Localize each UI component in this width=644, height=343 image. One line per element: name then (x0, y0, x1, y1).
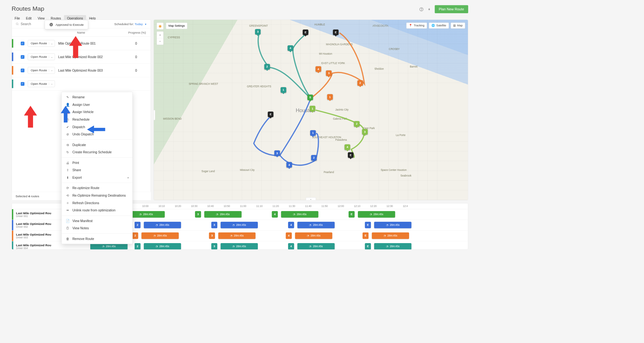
map-stop-marker[interactable]: 2 (358, 80, 363, 86)
timeline-segment[interactable]: ◔28m:45s (358, 211, 395, 218)
timeline-stop-badge[interactable]: E (365, 243, 371, 250)
ctx-reschedule[interactable]: ◴Reschedule (62, 116, 132, 123)
timeline-segment[interactable]: ◔28m:45s (281, 211, 318, 218)
timeline-segment[interactable]: ◔28m:45s (374, 222, 411, 228)
operations-popover[interactable]: Approved to Execute (45, 20, 88, 30)
timeline-segment[interactable]: ◔28m:45s (204, 211, 242, 218)
chevron-down-icon[interactable]: ⌄ (49, 42, 53, 45)
map-stop-marker[interactable]: 1 (280, 87, 286, 93)
map-stop-marker[interactable]: 2 (311, 155, 317, 161)
ctx-unlink[interactable]: ⚮Unlink route from optimization (62, 207, 132, 214)
route-checkbox[interactable]: ✓ (21, 41, 25, 45)
timeline-stop-badge[interactable]: 4 (288, 222, 294, 228)
timeline-segment[interactable]: ◔28m:45s (128, 211, 165, 218)
timeline-stop-badge[interactable]: 3 (209, 232, 215, 239)
timeline-stop-badge[interactable]: E (365, 222, 371, 228)
map-stop-marker[interactable]: 3 (362, 129, 368, 135)
help-icon[interactable] (419, 7, 424, 12)
timeline-segment[interactable]: ◔28m:45s (297, 243, 335, 250)
timeline-stop-badge[interactable]: 3 (195, 211, 201, 218)
timeline-segment[interactable]: ◔28m:45s (295, 232, 332, 239)
ctx-view-manifest[interactable]: 📄View Manifest (62, 217, 132, 225)
map-stop-marker[interactable]: 1 (327, 94, 333, 100)
route-checkbox[interactable]: ✓ (21, 68, 25, 72)
timeline-stop-badge[interactable]: 4 (288, 243, 294, 250)
timeline-segment[interactable]: ◔28m:45s (142, 232, 179, 239)
ctx-share[interactable]: ⇪Share (62, 166, 132, 174)
map-stop-marker[interactable]: E (303, 30, 308, 35)
ctx-duplicate[interactable]: ⧉Duplicate (62, 141, 132, 149)
zoom-out-button[interactable]: − (157, 38, 164, 45)
timeline-segment[interactable]: ◔28m:45s (221, 222, 258, 228)
map-stop-marker[interactable]: 3 (326, 70, 332, 76)
timeline-stop-badge[interactable]: E (349, 211, 355, 218)
tracking-chip[interactable]: 📍Tracking (406, 23, 427, 29)
route-checkbox[interactable]: ✓ (21, 55, 25, 59)
timeline-stop-badge[interactable]: 3 (211, 222, 217, 228)
map-stop-marker[interactable]: 1 (310, 130, 316, 136)
timeline-segment[interactable]: ◔28m:45s (90, 243, 127, 250)
timeline-segment[interactable]: ◔28m:45s (218, 232, 255, 239)
timeline-segment[interactable]: ◔28m:45s (221, 243, 258, 250)
scheduled-for[interactable]: Scheduled for: Today ▼ (114, 22, 147, 26)
map-stop-marker[interactable]: E (348, 152, 353, 158)
ctx-refresh[interactable]: ✧Refresh Directions (62, 199, 132, 207)
timeline-segment[interactable]: ◔28m:45s (144, 243, 181, 250)
ctx-reopt[interactable]: ⟳Re-optimize Route (62, 184, 132, 192)
ctx-view-notes[interactable]: 🗒View Notes (62, 225, 132, 232)
map-stop-marker[interactable]: 4 (288, 45, 293, 51)
route-row[interactable]: ✓ Open Route ⌄ Last Mile Optimized Route… (12, 64, 151, 77)
timeline-stop-badge[interactable]: E (363, 232, 369, 239)
open-route-button[interactable]: Open Route ⌄ (28, 53, 55, 60)
timeline-segment[interactable]: ◔28m:45s (297, 222, 335, 228)
map-stop-marker[interactable]: 2 (264, 64, 270, 70)
ctx-rename[interactable]: ✎Rename (62, 93, 132, 101)
open-route-button[interactable]: Open Route ⌄ (28, 40, 55, 46)
ctx-export[interactable]: ⬇Export▸ (62, 174, 132, 182)
open-route-button[interactable]: Open Route ⌄ (28, 67, 55, 74)
pencil-icon: ✎ (66, 95, 69, 99)
route-row[interactable]: ✓ Open Route ⌄ (12, 77, 151, 91)
timeline-stop-badge[interactable]: 4 (272, 211, 278, 218)
map-stop-marker[interactable]: 3 (255, 29, 261, 35)
timeline-stop-badge[interactable]: 4 (286, 232, 292, 239)
map-stop-marker[interactable]: 1 (310, 106, 315, 112)
collapse-left-button[interactable]: ‹ (153, 110, 155, 120)
ctx-recurring[interactable]: ↻Create Recurring Schedule (62, 149, 132, 156)
map-stop-marker[interactable]: 4 (345, 144, 350, 150)
map-chip[interactable]: ▥Map (451, 23, 465, 29)
timeline-stop-badge[interactable]: 2 (135, 243, 141, 250)
route-checkbox[interactable]: ✓ (21, 82, 25, 86)
timeline-stop-badge[interactable]: 2 (135, 222, 141, 228)
ctx-assign-user[interactable]: 👤Assign User (62, 101, 132, 108)
map-stop-marker[interactable]: E (333, 30, 339, 35)
chevron-down-icon[interactable]: ⌄ (49, 69, 53, 72)
ctx-reopt-remain[interactable]: ⟲Re-Optimize Remaining Destinations (62, 192, 132, 199)
chevron-down-icon[interactable]: ⌄ (49, 83, 53, 85)
timeline-stop-badge[interactable]: 2 (132, 232, 138, 239)
map-stop-marker[interactable]: 2 (354, 121, 360, 127)
ctx-remove[interactable]: 🗑Remove Route (62, 235, 132, 242)
map-stop-marker[interactable]: 4 (286, 162, 292, 168)
chevron-down-icon[interactable]: ⌄ (49, 56, 53, 58)
timeline-segment[interactable]: ◔28m:45s (372, 232, 409, 239)
zoom-in-button[interactable]: + (157, 32, 164, 38)
time-tick: 10:30 (191, 205, 208, 208)
map-pane[interactable]: GREENSPOINTHUMBLEATASCOCITACROSBYCYPRESS… (153, 19, 468, 200)
bolt-icon[interactable] (427, 7, 432, 12)
open-route-button[interactable]: Open Route ⌄ (28, 80, 55, 87)
map-settings-button[interactable]: Map Settings (166, 23, 187, 29)
timeline-stop-badge[interactable]: 3 (211, 243, 217, 250)
timeline-segment[interactable]: ◔28m:45s (374, 243, 411, 250)
satellite-chip[interactable]: 🌐Satellite (429, 23, 449, 29)
map-stop-marker[interactable]: S (308, 95, 313, 100)
timeline-segment[interactable]: ◔28m:45s (144, 222, 181, 228)
map-stop-marker[interactable]: E (268, 112, 274, 117)
collapse-bottom-button[interactable]: ⌄ (306, 197, 316, 200)
map-stop-marker[interactable]: 4 (315, 66, 321, 72)
plan-new-route-button[interactable]: Plan New Route (435, 5, 468, 13)
ctx-print[interactable]: 🖨Print (62, 159, 132, 166)
ctx-assign-vehicle[interactable]: 🚘Assign Vehicle (62, 108, 132, 116)
map-stop-marker[interactable]: 3 (274, 150, 280, 156)
pegman-icon[interactable]: ◉ (157, 23, 164, 30)
